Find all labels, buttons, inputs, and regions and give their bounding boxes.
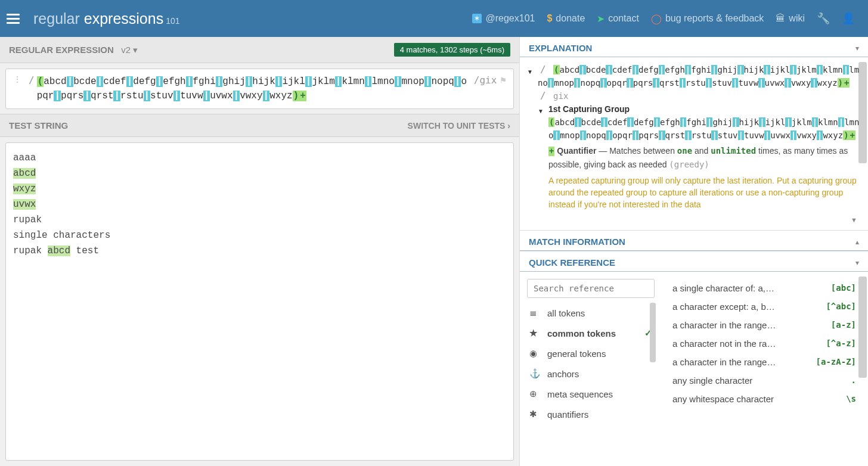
literal-token: fghi: [686, 117, 706, 127]
logo-word1: regular: [33, 10, 80, 27]
category-label: general tokens: [547, 349, 606, 359]
quickref-category[interactable]: ≣all tokens: [527, 303, 655, 323]
quickref-header: QUICK REFERENCE ▾: [520, 251, 868, 272]
category-label: common tokens: [547, 328, 616, 338]
literal-token: pqrs: [633, 78, 653, 88]
scroll-down-icon[interactable]: ▼: [851, 213, 857, 226]
item-code: [abc]: [831, 283, 856, 293]
logo-word2: expressions: [84, 10, 163, 27]
collapse-quickref[interactable]: ▾: [855, 259, 859, 267]
quickref-category[interactable]: ⚓anchors: [527, 364, 655, 384]
settings-button[interactable]: 🔧: [811, 7, 836, 30]
regex-pattern[interactable]: (abcd|bcde|cdef|defg|efgh|fghi|ghij|hijk…: [37, 74, 469, 103]
regex-input[interactable]: ⋮ / (abcd|bcde|cdef|defg|efgh|fghi|ghij|…: [5, 69, 514, 109]
literal-token: klmn: [818, 117, 838, 127]
literal-token: mnop: [554, 78, 574, 88]
delimiter-open: /: [29, 74, 35, 86]
literal-token: tuvw: [738, 78, 758, 88]
scrollbar[interactable]: [858, 277, 867, 378]
match-info-title: MATCH INFORMATION: [529, 237, 625, 247]
warning-text: A repeated capturing group will only cap…: [548, 175, 861, 210]
quickref-item[interactable]: a character except: a, b or c[^abc]: [672, 297, 866, 316]
collapse-icon[interactable]: ▼: [538, 105, 544, 118]
alternation-token: |: [67, 76, 74, 87]
category-icon: ⊕: [529, 389, 540, 399]
alternation-token: |: [680, 117, 686, 127]
nav-twitter[interactable]: ✶@regex101: [466, 8, 541, 29]
drag-handle-icon[interactable]: ⋮: [13, 74, 21, 84]
item-desc: a single character of: a, b or c: [672, 283, 777, 293]
item-code: [a-zA-Z]: [816, 357, 856, 367]
literal-token: lmno: [371, 76, 394, 87]
literal-token: qrst: [91, 91, 113, 101]
collapse-icon[interactable]: ▼: [527, 66, 533, 79]
wiki-icon: 🏛: [776, 13, 785, 24]
alternation-token: |: [548, 78, 554, 88]
alternation-token: |: [790, 131, 796, 140]
quickref-category[interactable]: ✱quantifiers: [527, 404, 655, 424]
group-paren: (: [548, 117, 554, 127]
user-button[interactable]: 👤: [836, 7, 861, 30]
test-line: aaaa: [13, 150, 506, 166]
quantifier-token: +: [844, 78, 850, 88]
quickref-item[interactable]: a single character of: a, b or c[abc]: [672, 279, 866, 297]
nav-donate[interactable]: $donate: [541, 8, 591, 29]
wrench-icon: 🔧: [817, 13, 830, 24]
group-paren: (: [37, 76, 44, 87]
category-icon: ≣: [529, 307, 540, 318]
quickref-item[interactable]: a character in the range: a-z or A-Z[a-z…: [672, 353, 866, 371]
logo[interactable]: regular expressions101: [33, 10, 180, 27]
literal-token: stuv: [712, 78, 732, 88]
test-string-input[interactable]: aaaaabcdwxyzuvwxrupaksingle charactersru…: [5, 142, 514, 461]
test-string-header: TEST STRING SWITCH TO UNIT TESTS ›: [0, 114, 519, 137]
nav-wiki[interactable]: 🏛wiki: [770, 8, 811, 29]
alternation-token: |: [633, 65, 638, 74]
alternation-token: |: [395, 76, 402, 87]
category-icon: ⚓: [529, 368, 540, 379]
version-selector[interactable]: v2 ▾: [121, 45, 138, 55]
collapse-match-info[interactable]: ▴: [855, 238, 859, 246]
quickref-item[interactable]: any single character.: [672, 371, 866, 390]
quickref-item[interactable]: a character not in the range: a-z[^a-z]: [672, 334, 866, 353]
quickref-search-input[interactable]: [527, 279, 655, 298]
literal-token: vwxy: [240, 91, 262, 101]
literal-token: abcd: [554, 117, 575, 127]
match-info-header: MATCH INFORMATION ▴: [520, 231, 868, 251]
literal-token: ijkl: [770, 65, 790, 74]
test-title: TEST STRING: [9, 120, 68, 131]
alternation-token: |: [126, 76, 134, 87]
item-desc: a character not in the range: a-z: [672, 338, 777, 349]
quickref-category[interactable]: ★common tokens✓: [527, 323, 655, 343]
quickref-item[interactable]: a character in the range: a-z[a-z]: [672, 316, 866, 334]
group-heading: 1st Capturing Group: [548, 104, 630, 114]
quickref-category[interactable]: ⊕meta sequences: [527, 384, 655, 404]
scrollbar[interactable]: [650, 303, 656, 362]
quickref-item[interactable]: any whitespace character\s: [672, 390, 866, 408]
literal-token: stuv: [150, 91, 173, 101]
literal-token: hijk: [744, 65, 764, 74]
alternation-token: |: [600, 78, 606, 88]
alternation-token: |: [659, 131, 665, 140]
collapse-explanation[interactable]: ▾: [855, 44, 859, 52]
literal-token: defg: [638, 65, 659, 74]
switch-unit-tests[interactable]: SWITCH TO UNIT TESTS ›: [408, 121, 510, 131]
literal-token: fghi: [193, 76, 215, 87]
menu-button[interactable]: [0, 0, 26, 37]
literal-token: defg: [634, 117, 654, 127]
alternation-token: |: [654, 117, 660, 127]
literal-token: ghij: [717, 65, 737, 74]
quickref-category[interactable]: ◉general tokens: [527, 343, 655, 364]
nav-bugs[interactable]: ◯bug reports & feedback: [645, 8, 770, 29]
test-line: uvwx: [13, 197, 506, 212]
alternation-token: |: [113, 91, 120, 101]
item-code: \s: [846, 394, 856, 404]
item-code: [^abc]: [826, 302, 856, 312]
regex-flags[interactable]: /gix⚑: [474, 74, 506, 86]
literal-token: nopq: [580, 78, 600, 88]
literal-token: wxyz: [817, 78, 838, 88]
nav-contact[interactable]: ➤contact: [591, 8, 645, 29]
alternation-token: |: [606, 131, 612, 140]
explanation-title: EXPLANATION: [529, 43, 592, 53]
dollar-icon: $: [547, 13, 552, 24]
item-code: [^a-z]: [826, 338, 856, 349]
